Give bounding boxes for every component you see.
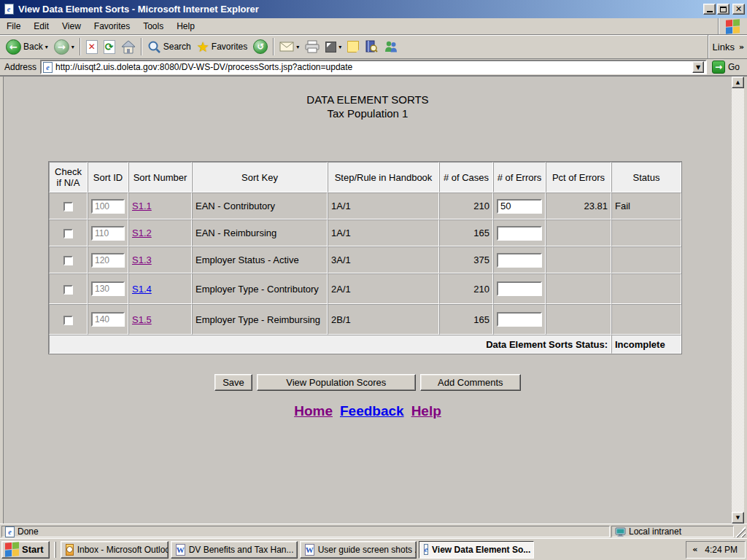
start-button[interactable]: Start (1, 541, 50, 559)
address-url[interactable]: http://uisqt2.uis.doleta.gov:8080/DV-WS-… (55, 62, 689, 72)
sort-number-link[interactable]: S1.5 (132, 314, 152, 325)
refresh-icon: ⟳ (104, 40, 115, 54)
close-button[interactable]: ✕ (732, 4, 745, 15)
links-chevron-icon[interactable]: » (739, 42, 744, 52)
menu-favorites[interactable]: Favorites (88, 18, 136, 34)
save-button[interactable]: Save (214, 374, 252, 391)
tray-chevron-icon[interactable]: « (692, 545, 697, 554)
sort-id-input[interactable] (91, 226, 125, 241)
edit-icon (325, 42, 336, 52)
menu-help[interactable]: Help (170, 18, 201, 34)
address-dropdown-icon[interactable]: ▼ (692, 61, 704, 73)
home-button[interactable] (118, 39, 139, 55)
favorites-button[interactable]: ★ Favorites (194, 39, 250, 55)
errors-input[interactable] (497, 281, 542, 296)
scrollbar-track[interactable] (732, 88, 744, 512)
col-header-sort-key: Sort Key (192, 162, 328, 192)
history-button[interactable]: ↺ (250, 38, 271, 55)
edit-button[interactable]: ▾ (322, 40, 344, 54)
forward-dropdown-icon[interactable]: ▾ (71, 44, 74, 50)
na-checkbox[interactable] (63, 202, 73, 211)
menu-tools[interactable]: Tools (136, 18, 170, 34)
taskbar-item-outlook[interactable]: Inbox - Microsoft Outlook (61, 541, 169, 559)
mail-icon (279, 42, 294, 52)
print-button[interactable] (302, 39, 322, 55)
menu-bar: File Edit View Favorites Tools Help (0, 18, 747, 35)
table-row: S1.3 Employer Status - Active 3A/1 375 (49, 246, 681, 273)
table-row: S1.5 Employer Type - Reimbursing 2B/1 16… (49, 304, 681, 335)
errors-input[interactable] (497, 253, 542, 268)
sort-number-link[interactable]: S1.1 (132, 201, 152, 211)
resize-grip[interactable] (735, 526, 746, 537)
sort-number-link[interactable]: S1.2 (132, 228, 152, 238)
edit-dropdown-icon[interactable]: ▾ (338, 44, 341, 50)
menu-file[interactable]: File (0, 18, 27, 34)
page-title-line1: DATA ELEMENT SORTS (4, 93, 732, 106)
scroll-up-icon[interactable]: ▲ (732, 77, 744, 88)
pct-errors-cell (546, 246, 611, 273)
sort-number-link[interactable]: S1.4 (132, 284, 152, 295)
window-title: View Data Element Sorts - Microsoft Inte… (18, 4, 702, 15)
cases-cell: 165 (439, 304, 493, 335)
sort-id-input[interactable] (91, 199, 125, 214)
research-button[interactable] (362, 39, 381, 55)
view-population-scores-button[interactable]: View Population Scores (257, 374, 416, 391)
na-checkbox[interactable] (63, 256, 73, 265)
back-dropdown-icon[interactable]: ▾ (45, 44, 48, 50)
cases-cell: 210 (439, 192, 493, 219)
scroll-down-icon[interactable]: ▼ (732, 512, 744, 524)
na-checkbox[interactable] (63, 316, 73, 325)
minimize-button[interactable] (703, 4, 716, 15)
address-input[interactable]: e http://uisqt2.uis.doleta.gov:8080/DV-W… (40, 60, 707, 74)
sort-key-cell: Employer Type - Reimbursing (192, 304, 328, 335)
mail-button[interactable]: ▾ (276, 40, 302, 53)
back-button[interactable]: ← Back ▾ (3, 38, 51, 56)
discuss-button[interactable] (344, 39, 362, 54)
start-windows-flag-icon (5, 542, 19, 556)
mail-dropdown-icon[interactable]: ▾ (296, 44, 299, 50)
refresh-button[interactable]: ⟳ (101, 39, 118, 55)
messenger-button[interactable] (381, 39, 401, 55)
sorts-status-value: Incomplete (611, 335, 681, 354)
sort-key-cell: EAN - Reimbursing (192, 219, 328, 246)
status-text: Done (18, 526, 39, 537)
go-button[interactable]: → Go (711, 60, 744, 74)
cases-cell: 165 (439, 219, 493, 246)
sort-id-input[interactable] (91, 281, 125, 296)
taskbar: Start Inbox - Microsoft Outlook W DV Ben… (0, 538, 747, 560)
forward-button[interactable]: → ▾ (51, 38, 77, 56)
sort-id-input[interactable] (91, 312, 125, 327)
na-checkbox[interactable] (63, 229, 73, 238)
home-icon (121, 40, 136, 54)
add-comments-button[interactable]: Add Comments (420, 374, 521, 391)
menu-view[interactable]: View (55, 18, 88, 34)
feedback-link[interactable]: Feedback (340, 403, 404, 419)
search-button[interactable]: Search (144, 39, 194, 55)
table-footer-row: Data Element Sorts Status: Incomplete (49, 335, 681, 354)
minimize-icon (707, 11, 713, 12)
taskbar-item-ie-active[interactable]: e View Data Element So... (419, 541, 534, 559)
sort-number-link[interactable]: S1.3 (132, 254, 152, 265)
errors-input[interactable] (497, 199, 542, 214)
ie-window-icon: e (2, 3, 15, 15)
stop-button[interactable]: ✕ (83, 39, 101, 55)
sorts-status-label: Data Element Sorts Status: (49, 335, 611, 354)
vertical-scrollbar[interactable]: ▲ ▼ (732, 77, 744, 524)
maximize-button[interactable] (717, 4, 729, 15)
taskbar-item-word-dv-benefits[interactable]: W DV Benefits and Tax Han... (171, 541, 298, 559)
security-zone-panel: Local intranet (611, 526, 734, 537)
links-bar[interactable]: Links » (708, 35, 744, 58)
cases-cell: 210 (439, 273, 493, 304)
errors-input[interactable] (497, 312, 542, 327)
help-link[interactable]: Help (411, 403, 441, 419)
ie-page-icon: e (43, 62, 53, 73)
home-link[interactable]: Home (294, 403, 333, 419)
menu-edit[interactable]: Edit (27, 18, 55, 34)
errors-input[interactable] (497, 226, 542, 241)
col-header-status: Status (611, 162, 681, 192)
taskbar-item-word-user-guide[interactable]: W User guide screen shots ... (300, 541, 417, 559)
sort-id-input[interactable] (91, 253, 125, 268)
page-title-line2: Tax Population 1 (4, 106, 732, 120)
na-checkbox[interactable] (63, 285, 73, 295)
taskbar-clock: 4:24 PM (705, 545, 738, 555)
